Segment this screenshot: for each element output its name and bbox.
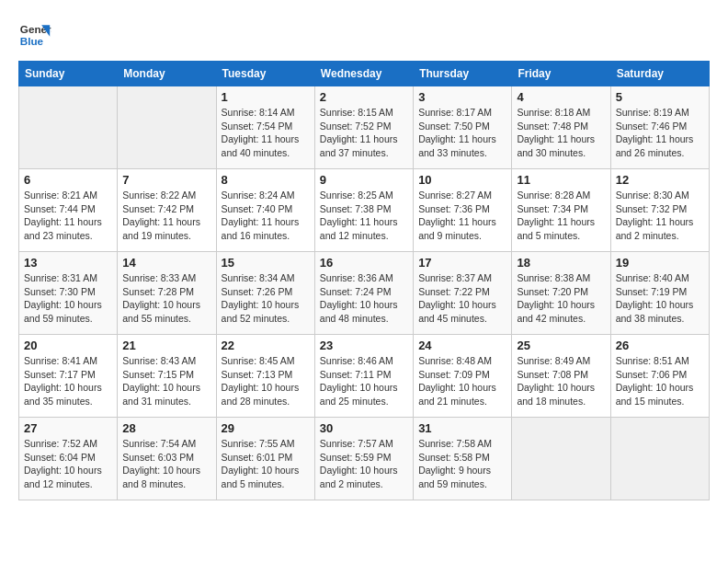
calendar-cell: 14 Sunrise: 8:33 AM Sunset: 7:28 PM Dayl… — [118, 252, 216, 335]
day-number: 1 — [222, 90, 310, 104]
day-info: Sunrise: 8:22 AM Sunset: 7:42 PM Dayligh… — [122, 189, 210, 243]
day-info: Sunrise: 8:33 AM Sunset: 7:28 PM Dayligh… — [122, 271, 210, 326]
calendar-cell — [512, 418, 610, 500]
day-info: Sunrise: 8:46 AM Sunset: 7:11 PM Dayligh… — [320, 354, 408, 408]
week-row-2: 6 Sunrise: 8:21 AM Sunset: 7:44 PM Dayli… — [19, 169, 710, 252]
calendar-cell: 29 Sunrise: 7:55 AM Sunset: 6:01 PM Dayl… — [216, 418, 314, 500]
day-info: Sunrise: 8:48 AM Sunset: 7:09 PM Dayligh… — [418, 354, 506, 408]
calendar-cell: 6 Sunrise: 8:21 AM Sunset: 7:44 PM Dayli… — [19, 169, 118, 252]
day-info: Sunrise: 8:30 AM Sunset: 7:32 PM Dayligh… — [616, 189, 704, 243]
day-number: 22 — [222, 339, 310, 352]
day-number: 24 — [418, 339, 506, 352]
day-number: 28 — [122, 421, 210, 435]
day-number: 4 — [517, 90, 605, 104]
day-header-tuesday: Tuesday — [216, 62, 314, 86]
day-info: Sunrise: 8:19 AM Sunset: 7:46 PM Dayligh… — [616, 106, 704, 160]
calendar-cell: 3 Sunrise: 8:17 AM Sunset: 7:50 PM Dayli… — [414, 86, 512, 169]
calendar-cell: 13 Sunrise: 8:31 AM Sunset: 7:30 PM Dayl… — [19, 252, 118, 335]
day-info: Sunrise: 8:18 AM Sunset: 7:48 PM Dayligh… — [517, 106, 605, 160]
day-header-friday: Friday — [512, 62, 610, 86]
calendar-cell: 9 Sunrise: 8:25 AM Sunset: 7:38 PM Dayli… — [314, 169, 413, 252]
day-info: Sunrise: 8:15 AM Sunset: 7:52 PM Dayligh… — [320, 106, 408, 160]
calendar-cell — [610, 418, 709, 500]
day-number: 10 — [418, 173, 506, 187]
day-info: Sunrise: 8:25 AM Sunset: 7:38 PM Dayligh… — [320, 189, 408, 243]
calendar-cell: 21 Sunrise: 8:43 AM Sunset: 7:15 PM Dayl… — [118, 335, 216, 418]
day-info: Sunrise: 7:58 AM Sunset: 5:58 PM Dayligh… — [418, 437, 506, 491]
week-row-3: 13 Sunrise: 8:31 AM Sunset: 7:30 PM Dayl… — [19, 252, 710, 335]
page-header: General Blue — [18, 18, 710, 52]
day-header-thursday: Thursday — [414, 62, 512, 86]
day-number: 29 — [222, 421, 310, 435]
day-number: 17 — [418, 256, 506, 270]
calendar-cell: 31 Sunrise: 7:58 AM Sunset: 5:58 PM Dayl… — [414, 418, 512, 500]
day-info: Sunrise: 8:34 AM Sunset: 7:26 PM Dayligh… — [222, 271, 310, 326]
day-number: 12 — [616, 173, 704, 187]
calendar-cell: 23 Sunrise: 8:46 AM Sunset: 7:11 PM Dayl… — [314, 335, 413, 418]
calendar-cell: 1 Sunrise: 8:14 AM Sunset: 7:54 PM Dayli… — [216, 86, 314, 169]
calendar-table: SundayMondayTuesdayWednesdayThursdayFrid… — [18, 61, 710, 500]
day-info: Sunrise: 8:41 AM Sunset: 7:17 PM Dayligh… — [24, 354, 112, 408]
day-number: 14 — [122, 256, 210, 270]
calendar-cell: 2 Sunrise: 8:15 AM Sunset: 7:52 PM Dayli… — [314, 86, 413, 169]
day-info: Sunrise: 8:31 AM Sunset: 7:30 PM Dayligh… — [24, 271, 112, 326]
day-info: Sunrise: 7:57 AM Sunset: 5:59 PM Dayligh… — [320, 437, 408, 491]
day-info: Sunrise: 8:14 AM Sunset: 7:54 PM Dayligh… — [222, 106, 310, 160]
week-row-5: 27 Sunrise: 7:52 AM Sunset: 6:04 PM Dayl… — [19, 418, 710, 500]
day-number: 18 — [517, 256, 605, 270]
calendar-cell: 17 Sunrise: 8:37 AM Sunset: 7:22 PM Dayl… — [414, 252, 512, 335]
day-number: 3 — [418, 90, 506, 104]
day-number: 21 — [122, 339, 210, 352]
day-info: Sunrise: 8:43 AM Sunset: 7:15 PM Dayligh… — [122, 354, 210, 408]
day-number: 16 — [320, 256, 408, 270]
calendar-cell: 26 Sunrise: 8:51 AM Sunset: 7:06 PM Dayl… — [610, 335, 709, 418]
week-row-4: 20 Sunrise: 8:41 AM Sunset: 7:17 PM Dayl… — [19, 335, 710, 418]
day-info: Sunrise: 8:49 AM Sunset: 7:08 PM Dayligh… — [517, 354, 605, 408]
header-row: SundayMondayTuesdayWednesdayThursdayFrid… — [19, 62, 710, 86]
calendar-cell: 18 Sunrise: 8:38 AM Sunset: 7:20 PM Dayl… — [512, 252, 610, 335]
week-row-1: 1 Sunrise: 8:14 AM Sunset: 7:54 PM Dayli… — [19, 86, 710, 169]
calendar-cell — [19, 86, 118, 169]
day-number: 9 — [320, 173, 408, 187]
calendar-cell: 7 Sunrise: 8:22 AM Sunset: 7:42 PM Dayli… — [118, 169, 216, 252]
day-number: 6 — [24, 173, 112, 187]
calendar-cell: 10 Sunrise: 8:27 AM Sunset: 7:36 PM Dayl… — [414, 169, 512, 252]
day-number: 20 — [24, 339, 112, 352]
day-number: 13 — [24, 256, 112, 270]
calendar-cell — [118, 86, 216, 169]
day-info: Sunrise: 8:27 AM Sunset: 7:36 PM Dayligh… — [418, 189, 506, 243]
calendar-cell: 12 Sunrise: 8:30 AM Sunset: 7:32 PM Dayl… — [610, 169, 709, 252]
day-number: 8 — [222, 173, 310, 187]
day-info: Sunrise: 8:36 AM Sunset: 7:24 PM Dayligh… — [320, 271, 408, 326]
day-info: Sunrise: 8:17 AM Sunset: 7:50 PM Dayligh… — [418, 106, 506, 160]
calendar-cell: 16 Sunrise: 8:36 AM Sunset: 7:24 PM Dayl… — [314, 252, 413, 335]
calendar-cell: 8 Sunrise: 8:24 AM Sunset: 7:40 PM Dayli… — [216, 169, 314, 252]
day-info: Sunrise: 7:55 AM Sunset: 6:01 PM Dayligh… — [222, 437, 310, 491]
day-number: 15 — [222, 256, 310, 270]
day-info: Sunrise: 8:28 AM Sunset: 7:34 PM Dayligh… — [517, 189, 605, 243]
day-number: 26 — [616, 339, 704, 352]
calendar-cell: 27 Sunrise: 7:52 AM Sunset: 6:04 PM Dayl… — [19, 418, 118, 500]
day-header-saturday: Saturday — [610, 62, 709, 86]
day-info: Sunrise: 8:24 AM Sunset: 7:40 PM Dayligh… — [222, 189, 310, 243]
day-number: 30 — [320, 421, 408, 435]
day-number: 19 — [616, 256, 704, 270]
day-number: 5 — [616, 90, 704, 104]
calendar-cell: 24 Sunrise: 8:48 AM Sunset: 7:09 PM Dayl… — [414, 335, 512, 418]
day-number: 2 — [320, 90, 408, 104]
day-info: Sunrise: 7:54 AM Sunset: 6:03 PM Dayligh… — [122, 437, 210, 491]
day-number: 25 — [517, 339, 605, 352]
calendar-cell: 11 Sunrise: 8:28 AM Sunset: 7:34 PM Dayl… — [512, 169, 610, 252]
day-info: Sunrise: 8:40 AM Sunset: 7:19 PM Dayligh… — [616, 271, 704, 326]
day-number: 23 — [320, 339, 408, 352]
day-info: Sunrise: 7:52 AM Sunset: 6:04 PM Dayligh… — [24, 437, 112, 491]
calendar-cell: 15 Sunrise: 8:34 AM Sunset: 7:26 PM Dayl… — [216, 252, 314, 335]
day-info: Sunrise: 8:38 AM Sunset: 7:20 PM Dayligh… — [517, 271, 605, 326]
calendar-cell: 30 Sunrise: 7:57 AM Sunset: 5:59 PM Dayl… — [314, 418, 413, 500]
logo: General Blue — [18, 18, 51, 52]
day-info: Sunrise: 8:51 AM Sunset: 7:06 PM Dayligh… — [616, 354, 704, 408]
calendar-cell: 25 Sunrise: 8:49 AM Sunset: 7:08 PM Dayl… — [512, 335, 610, 418]
day-header-sunday: Sunday — [19, 62, 118, 86]
day-info: Sunrise: 8:21 AM Sunset: 7:44 PM Dayligh… — [24, 189, 112, 243]
day-number: 11 — [517, 173, 605, 187]
